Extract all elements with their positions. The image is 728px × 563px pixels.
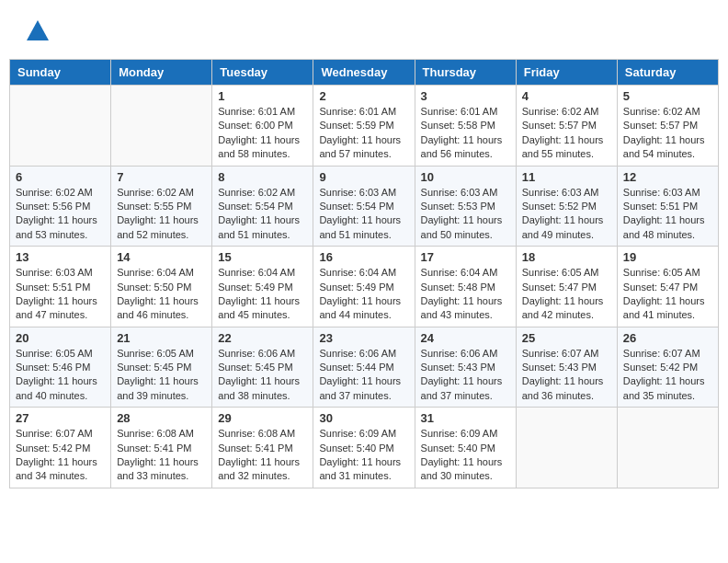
sunset-text: Sunset: 5:47 PM xyxy=(522,282,597,293)
daylight-text: Daylight: 11 hours and 38 minutes. xyxy=(218,375,300,400)
calendar-cell: 26 Sunrise: 6:07 AM Sunset: 5:42 PM Dayl… xyxy=(617,327,718,408)
sunset-text: Sunset: 5:50 PM xyxy=(117,282,191,293)
day-info: Sunrise: 6:03 AM Sunset: 5:54 PM Dayligh… xyxy=(319,186,408,243)
sunrise-text: Sunrise: 6:05 AM xyxy=(522,267,599,278)
calendar-body: 1 Sunrise: 6:01 AM Sunset: 6:00 PM Dayli… xyxy=(10,86,719,488)
weekday-wednesday: Wednesday xyxy=(313,60,415,86)
sunrise-text: Sunrise: 6:02 AM xyxy=(522,106,599,117)
day-number: 14 xyxy=(117,250,206,264)
calendar-cell: 13 Sunrise: 6:03 AM Sunset: 5:51 PM Dayl… xyxy=(10,247,111,327)
daylight-text: Daylight: 11 hours and 34 minutes. xyxy=(16,456,97,481)
sunset-text: Sunset: 5:42 PM xyxy=(623,362,698,373)
daylight-text: Daylight: 11 hours and 45 minutes. xyxy=(218,295,300,320)
sunset-text: Sunset: 5:59 PM xyxy=(319,120,393,131)
calendar-cell: 2 Sunrise: 6:01 AM Sunset: 5:59 PM Dayli… xyxy=(313,86,415,167)
sunrise-text: Sunrise: 6:04 AM xyxy=(117,267,194,278)
sunset-text: Sunset: 5:41 PM xyxy=(117,442,191,454)
sunrise-text: Sunrise: 6:03 AM xyxy=(16,267,93,278)
daylight-text: Daylight: 11 hours and 48 minutes. xyxy=(623,214,705,239)
sunrise-text: Sunrise: 6:05 AM xyxy=(117,348,194,359)
calendar-cell: 28 Sunrise: 6:08 AM Sunset: 5:41 PM Dayl… xyxy=(111,408,212,488)
daylight-text: Daylight: 11 hours and 32 minutes. xyxy=(218,456,300,481)
day-info: Sunrise: 6:04 AM Sunset: 5:49 PM Dayligh… xyxy=(218,266,307,323)
sunrise-text: Sunrise: 6:04 AM xyxy=(421,267,498,278)
daylight-text: Daylight: 11 hours and 55 minutes. xyxy=(522,134,604,159)
sunrise-text: Sunrise: 6:03 AM xyxy=(623,187,700,198)
day-number: 15 xyxy=(218,250,307,264)
daylight-text: Daylight: 11 hours and 43 minutes. xyxy=(421,295,503,320)
weekday-thursday: Thursday xyxy=(415,60,516,86)
calendar-cell: 20 Sunrise: 6:05 AM Sunset: 5:46 PM Dayl… xyxy=(10,327,111,408)
sunrise-text: Sunrise: 6:04 AM xyxy=(218,267,295,278)
calendar-week-5: 27 Sunrise: 6:07 AM Sunset: 5:42 PM Dayl… xyxy=(10,408,719,488)
calendar-cell: 14 Sunrise: 6:04 AM Sunset: 5:50 PM Dayl… xyxy=(111,247,212,327)
logo-icon xyxy=(25,18,51,44)
calendar-cell xyxy=(111,86,212,167)
calendar-cell: 9 Sunrise: 6:03 AM Sunset: 5:54 PM Dayli… xyxy=(313,166,415,247)
day-info: Sunrise: 6:03 AM Sunset: 5:51 PM Dayligh… xyxy=(16,266,105,323)
calendar-cell: 16 Sunrise: 6:04 AM Sunset: 5:49 PM Dayl… xyxy=(313,247,415,327)
day-info: Sunrise: 6:01 AM Sunset: 6:00 PM Dayligh… xyxy=(218,105,307,162)
daylight-text: Daylight: 11 hours and 33 minutes. xyxy=(117,456,199,481)
sunrise-text: Sunrise: 6:07 AM xyxy=(522,348,599,359)
day-info: Sunrise: 6:03 AM Sunset: 5:53 PM Dayligh… xyxy=(421,186,510,243)
sunrise-text: Sunrise: 6:02 AM xyxy=(16,187,93,198)
calendar-cell: 18 Sunrise: 6:05 AM Sunset: 5:47 PM Dayl… xyxy=(516,247,617,327)
calendar-cell: 31 Sunrise: 6:09 AM Sunset: 5:40 PM Dayl… xyxy=(415,408,516,488)
logo xyxy=(23,18,51,50)
sunset-text: Sunset: 5:49 PM xyxy=(319,282,393,293)
sunrise-text: Sunrise: 6:03 AM xyxy=(319,187,396,198)
day-info: Sunrise: 6:06 AM Sunset: 5:45 PM Dayligh… xyxy=(218,347,307,404)
day-info: Sunrise: 6:05 AM Sunset: 5:46 PM Dayligh… xyxy=(16,347,105,404)
calendar-cell xyxy=(617,408,718,488)
sunset-text: Sunset: 5:49 PM xyxy=(218,282,292,293)
sunset-text: Sunset: 6:00 PM xyxy=(218,120,292,131)
day-number: 16 xyxy=(319,250,408,264)
day-number: 5 xyxy=(623,89,712,103)
day-number: 2 xyxy=(319,89,408,103)
calendar-cell xyxy=(10,86,111,167)
daylight-text: Daylight: 11 hours and 41 minutes. xyxy=(623,295,705,320)
sunrise-text: Sunrise: 6:01 AM xyxy=(421,106,498,117)
calendar-cell: 29 Sunrise: 6:08 AM Sunset: 5:41 PM Dayl… xyxy=(212,408,313,488)
sunset-text: Sunset: 5:45 PM xyxy=(218,362,292,373)
day-info: Sunrise: 6:08 AM Sunset: 5:41 PM Dayligh… xyxy=(218,427,307,484)
day-number: 21 xyxy=(117,331,206,345)
calendar-cell xyxy=(516,408,617,488)
day-info: Sunrise: 6:01 AM Sunset: 5:58 PM Dayligh… xyxy=(421,105,510,162)
sunset-text: Sunset: 5:43 PM xyxy=(421,362,495,373)
sunrise-text: Sunrise: 6:02 AM xyxy=(117,187,194,198)
calendar-week-1: 1 Sunrise: 6:01 AM Sunset: 6:00 PM Dayli… xyxy=(10,86,719,167)
sunset-text: Sunset: 5:53 PM xyxy=(421,201,495,212)
sunrise-text: Sunrise: 6:02 AM xyxy=(218,187,295,198)
calendar-cell: 23 Sunrise: 6:06 AM Sunset: 5:44 PM Dayl… xyxy=(313,327,415,408)
day-info: Sunrise: 6:02 AM Sunset: 5:55 PM Dayligh… xyxy=(117,186,206,243)
calendar-cell: 19 Sunrise: 6:05 AM Sunset: 5:47 PM Dayl… xyxy=(617,247,718,327)
day-number: 3 xyxy=(421,89,510,103)
weekday-tuesday: Tuesday xyxy=(212,60,313,86)
daylight-text: Daylight: 11 hours and 46 minutes. xyxy=(117,295,199,320)
day-number: 30 xyxy=(319,411,408,425)
sunset-text: Sunset: 5:55 PM xyxy=(117,201,191,212)
sunset-text: Sunset: 5:54 PM xyxy=(218,201,292,212)
daylight-text: Daylight: 11 hours and 40 minutes. xyxy=(16,375,97,400)
sunrise-text: Sunrise: 6:08 AM xyxy=(218,428,295,439)
sunset-text: Sunset: 5:51 PM xyxy=(16,282,90,293)
daylight-text: Daylight: 11 hours and 51 minutes. xyxy=(218,214,300,239)
calendar-cell: 11 Sunrise: 6:03 AM Sunset: 5:52 PM Dayl… xyxy=(516,166,617,247)
sunset-text: Sunset: 5:52 PM xyxy=(522,201,597,212)
calendar-cell: 17 Sunrise: 6:04 AM Sunset: 5:48 PM Dayl… xyxy=(415,247,516,327)
calendar-cell: 6 Sunrise: 6:02 AM Sunset: 5:56 PM Dayli… xyxy=(10,166,111,247)
sunrise-text: Sunrise: 6:01 AM xyxy=(218,106,295,117)
sunset-text: Sunset: 5:43 PM xyxy=(522,362,597,373)
daylight-text: Daylight: 11 hours and 47 minutes. xyxy=(16,295,97,320)
daylight-text: Daylight: 11 hours and 51 minutes. xyxy=(319,214,401,239)
day-info: Sunrise: 6:02 AM Sunset: 5:57 PM Dayligh… xyxy=(623,105,712,162)
sunset-text: Sunset: 5:56 PM xyxy=(16,201,90,212)
sunrise-text: Sunrise: 6:04 AM xyxy=(319,267,396,278)
svg-marker-0 xyxy=(27,20,49,40)
calendar-cell: 21 Sunrise: 6:05 AM Sunset: 5:45 PM Dayl… xyxy=(111,327,212,408)
sunrise-text: Sunrise: 6:05 AM xyxy=(16,348,93,359)
day-info: Sunrise: 6:07 AM Sunset: 5:42 PM Dayligh… xyxy=(623,347,712,404)
calendar-week-3: 13 Sunrise: 6:03 AM Sunset: 5:51 PM Dayl… xyxy=(10,247,719,327)
